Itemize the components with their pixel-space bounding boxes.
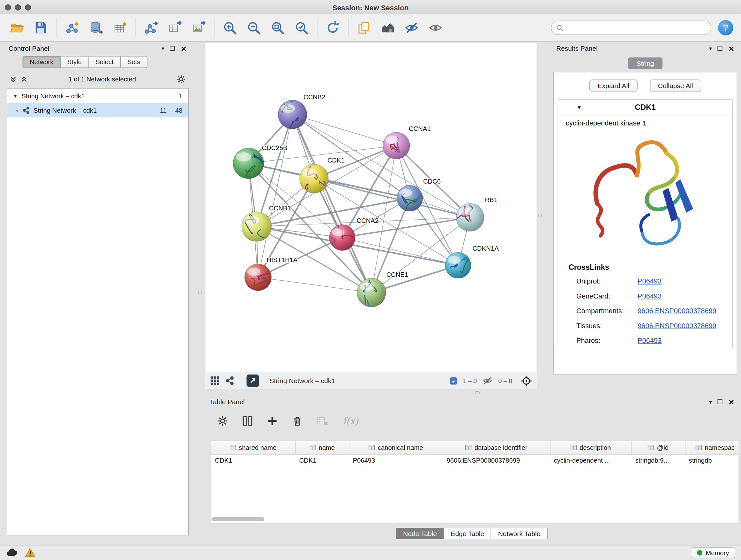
network-node-CDC25B[interactable] [233,148,264,179]
network-node-CDK1[interactable] [300,165,328,193]
tab-select[interactable]: Select [88,56,121,68]
search-input[interactable] [566,23,706,32]
export-table-button[interactable] [163,16,187,39]
horizontal-splitter-handle[interactable] [475,391,480,394]
network-edge[interactable] [372,198,410,293]
table-cell[interactable]: cyclin-dependent ... [550,454,631,467]
selected-nodes-checkbox[interactable] [450,377,457,384]
table-cell[interactable]: 9606.ENSP00000378699 [443,454,550,467]
delete-column-icon[interactable] [292,416,302,426]
save-session-button[interactable] [29,16,53,39]
close-panel-icon[interactable]: ✕ [181,45,187,52]
collapse-panel-icon[interactable]: ▾ [709,46,712,51]
show-hidden-button[interactable] [424,16,448,39]
zoom-out-button[interactable] [242,16,266,39]
maximize-window-button[interactable] [25,4,31,10]
expand-all-button[interactable]: Expand All [590,79,637,92]
birdseye-grid-icon[interactable] [210,376,220,386]
network-node-CCNA1[interactable] [383,132,410,159]
import-network-file-button[interactable] [60,16,84,39]
fit-crosshair-icon[interactable] [521,375,532,386]
left-splitter-handle[interactable] [198,291,202,295]
network-edge[interactable] [293,115,372,293]
float-panel-icon[interactable] [718,399,723,404]
network-edge[interactable] [293,115,397,146]
column-header-description[interactable]: description [550,441,631,454]
tab-network[interactable]: Network [23,56,61,68]
network-node-CCNE1[interactable] [357,278,386,313]
memory-button[interactable]: Memory [691,547,735,558]
network-node-CDC6[interactable] [397,186,423,211]
hide-selected-button[interactable] [400,16,424,39]
collapse-all-icon[interactable] [10,75,17,83]
crosslink-link[interactable]: 9606.ENSP00000378699 [637,307,717,314]
column-header-name[interactable]: name [295,441,349,454]
open-in-new-window-button[interactable] [247,374,259,387]
zoom-in-button[interactable] [218,16,242,39]
add-column-icon[interactable] [267,416,278,426]
collapse-all-button[interactable]: Collapse All [650,79,701,92]
home-button[interactable] [376,16,400,39]
tab-edge-table[interactable]: Edge Table [444,528,491,539]
network-edge[interactable] [258,277,372,293]
show-columns-icon[interactable] [242,416,253,426]
column-header-shared-name[interactable]: shared name [211,441,295,454]
right-splitter-handle[interactable] [538,213,542,217]
import-network-database-button[interactable] [84,16,108,39]
expand-all-icon[interactable] [21,75,28,83]
table-cell[interactable]: stringdb:9... [631,454,685,467]
section-expand-icon[interactable]: ▼ [576,104,582,111]
network-edge[interactable] [258,115,293,277]
table-cell[interactable]: P06493 [349,454,443,467]
float-panel-icon[interactable] [718,46,723,51]
close-window-button[interactable] [5,4,11,10]
table-horizontal-scrollbar[interactable] [212,517,264,521]
network-node-HIST1H1A[interactable] [245,264,273,291]
help-button[interactable]: ? [718,20,733,36]
cloud-icon[interactable] [6,548,18,557]
column-header-canonical-name[interactable]: canonical name [349,441,443,454]
column-header-@id[interactable]: @id [631,441,685,454]
tab-network-table[interactable]: Network Table [491,528,548,539]
import-table-button[interactable] [108,16,132,39]
protein-section-header[interactable]: ▼ CDK1 [558,100,732,116]
export-image-button[interactable] [187,16,211,39]
export-network-button[interactable] [139,16,163,39]
tab-sets[interactable]: Sets [120,56,148,68]
table-settings-gear-icon[interactable] [217,416,228,426]
table-row[interactable]: CDK1CDK1P064939606.ENSP00000378699cyclin… [211,454,739,467]
crosslink-link[interactable]: P06493 [637,277,662,285]
collapse-panel-icon[interactable]: ▾ [161,46,164,51]
close-panel-icon[interactable]: ✕ [728,398,734,406]
network-node-CCNB2[interactable] [278,99,307,129]
network-node-CDKN1A[interactable] [445,253,471,278]
zoom-selected-button[interactable] [290,16,314,39]
table-cell[interactable]: stringdb [685,454,739,467]
gear-icon[interactable] [177,74,186,84]
float-panel-icon[interactable] [170,46,175,51]
crosslink-link[interactable]: P06493 [637,292,662,300]
crosslink-link[interactable]: 9606.ENSP00000378699 [637,321,717,329]
tab-node-table[interactable]: Node Table [396,528,444,539]
column-header-database-identifier[interactable]: database identifier [443,441,550,454]
zoom-fit-button[interactable] [266,16,290,39]
network-canvas[interactable]: CCNB2CCNA1CDC25BCDK1CDC6RB1CCNB1CCNA2CDK… [205,43,537,372]
network-node-RB1[interactable] [456,204,484,232]
tab-string[interactable]: String [628,57,663,69]
string-app-icon[interactable] [226,376,234,385]
network-row[interactable]: ● String Network – cdk1 11 48 [7,103,188,118]
tab-style[interactable]: Style [60,56,89,68]
table-cell[interactable]: CDK1 [295,454,349,467]
clone-network-button[interactable] [352,16,376,39]
warning-icon[interactable] [25,548,36,557]
crosslink-link[interactable]: P06493 [637,336,662,344]
column-header-namespac[interactable]: namespac [685,441,739,454]
apply-layout-button[interactable] [321,16,345,39]
close-panel-icon[interactable]: ✕ [728,45,734,52]
table-cell[interactable]: CDK1 [211,454,295,467]
search-box[interactable] [551,21,712,35]
tree-expand-icon[interactable]: ▼ [13,93,18,99]
network-node-CCNB1[interactable] [242,210,272,242]
open-session-button[interactable] [5,16,29,39]
network-collection-row[interactable]: ▼ String Network – cdk1 1 [7,89,188,103]
